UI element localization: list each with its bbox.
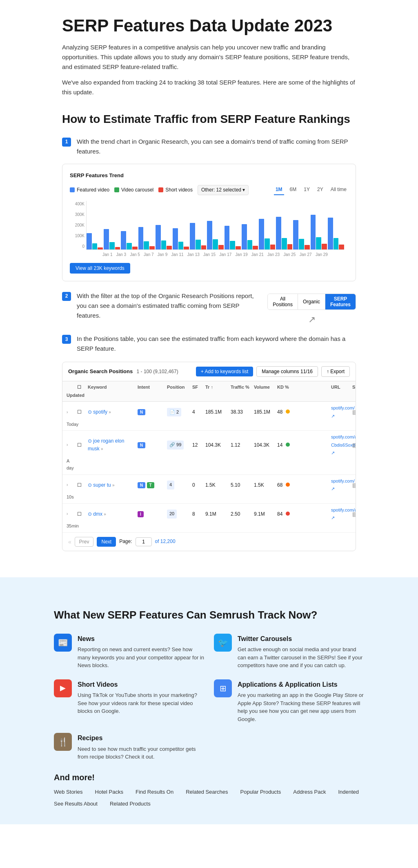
serp-icon-cell: ▤	[352, 481, 356, 490]
col-sf: SF	[192, 384, 205, 391]
time-tab-6m[interactable]: 6M	[288, 185, 298, 195]
more-link-indented[interactable]: Indented	[338, 788, 359, 797]
view-keywords-button[interactable]: View all 23K keywords	[70, 263, 130, 274]
feature-apps-desc: Are you marketing an app in the Google P…	[238, 691, 364, 723]
sf-cell: 12	[192, 441, 205, 449]
volume-cell: 1.5K	[254, 481, 276, 489]
row-expand-arrow[interactable]: ›	[67, 482, 76, 488]
feature-apps-content: Applications & Application Lists Are you…	[238, 679, 364, 723]
volume-cell: 9.1M	[254, 510, 276, 518]
feature-recipes-content: Recipes Need to see how much traffic you…	[78, 733, 204, 761]
more-link-address-pack[interactable]: Address Pack	[293, 788, 326, 797]
row-checkbox[interactable]: ☐	[77, 481, 87, 489]
table-range: 1 - 100 (9,102,467)	[137, 369, 178, 374]
keyword-cell: ⊙ spotify »	[88, 408, 137, 416]
featured-video-label: Featured video	[77, 186, 109, 194]
keyword-cell: ⊙ joe rogan elon musk »	[88, 437, 137, 453]
more-link-hotel-packs[interactable]: Hotel Packs	[95, 788, 123, 797]
feature-short-videos: ▶ Short Videos Using TikTok or YouTube s…	[54, 679, 204, 723]
tr-cell: 185.1M	[205, 408, 230, 416]
more-link-find-results-on[interactable]: Find Results On	[136, 788, 173, 797]
intent-cell: N T	[138, 481, 166, 489]
position-cell: 20	[167, 510, 191, 519]
table-title-area: Organic Search Positions 1 - 100 (9,102,…	[68, 367, 178, 376]
intent-badge-i: I	[138, 511, 144, 517]
step-3-text: In the Positions table, you can see the …	[77, 334, 356, 354]
time-tab-2y[interactable]: 2Y	[316, 185, 325, 195]
url-cell: spotify.com/artistah=2qww1 ↗	[331, 506, 351, 522]
more-link-see-results-about[interactable]: See Results About	[54, 800, 98, 808]
tab-organic[interactable]: Organic	[298, 294, 325, 309]
export-button[interactable]: ↑ Export	[321, 366, 350, 377]
col-checkbox: ☐	[77, 384, 87, 391]
tab-all-positions[interactable]: All Positions	[268, 294, 298, 309]
next-button[interactable]: Next	[97, 537, 116, 547]
more-link-popular-products[interactable]: Popular Products	[240, 788, 281, 797]
first-page-icon[interactable]: «	[68, 537, 71, 546]
col-serp: SERP	[352, 384, 356, 391]
time-tab-1y[interactable]: 1Y	[302, 185, 311, 195]
feature-twitter-desc: Get active enough on social media and yo…	[238, 645, 364, 670]
table-header: Organic Search Positions 1 - 100 (9,102,…	[62, 362, 356, 381]
step-3-badge: 3	[62, 335, 71, 344]
page-title: SERP Features Data Update 2023	[62, 16, 356, 35]
feature-recipes: 🍴 Recipes Need to see how much traffic y…	[54, 733, 204, 761]
chart-title: SERP Features Trend	[70, 171, 348, 180]
kd-cell: 48	[277, 408, 330, 416]
row-checkbox[interactable]: ☐	[77, 510, 87, 518]
updated-cell: 10s	[67, 494, 76, 501]
volume-cell: 185.1M	[254, 408, 276, 416]
more-link-web-stories[interactable]: Web Stories	[54, 788, 83, 797]
time-tab-alltime[interactable]: All time	[329, 185, 348, 195]
row-checkbox[interactable]: ☐	[77, 441, 87, 449]
filter-featured-video[interactable]: Featured video	[70, 186, 109, 194]
step-2-text: With the filter at the top of the Organi…	[77, 291, 356, 327]
intent-badge-n: N	[138, 409, 145, 415]
row-checkbox[interactable]: ☐	[77, 408, 87, 416]
manage-columns-button[interactable]: Manage columns 11/16	[256, 366, 318, 377]
add-keywords-button[interactable]: + Add to keywords list	[196, 367, 253, 376]
time-tab-1m[interactable]: 1M	[274, 185, 284, 195]
tab-serp-features[interactable]: SERP Features	[325, 294, 356, 309]
table-row: › ☐ ⊙ spotify » N 📄 2 4 185.1M 38.33 185…	[62, 402, 356, 431]
url-cell: spotify.com/artista/d/1z-Cbdis6Sox8VI ↗	[331, 433, 351, 457]
more-link-related-searches[interactable]: Related Searches	[186, 788, 228, 797]
short-videos-label: Short videos	[165, 186, 193, 194]
position-cell: 4	[167, 481, 191, 490]
filter-short-videos[interactable]: Short videos	[158, 186, 193, 194]
featured-video-dot	[70, 187, 75, 192]
filter-other-dropdown[interactable]: Other: 12 selected ▾	[198, 185, 249, 195]
x-axis-labels: Jan 1Jan 3Jan 5Jan 7Jan 9Jan 11Jan 13Jan…	[102, 251, 328, 258]
url-cell: spotify.com/ ↗	[331, 404, 351, 420]
feature-short-videos-title: Short Videos	[78, 679, 204, 690]
row-expand-arrow[interactable]: ›	[67, 511, 76, 517]
row-expand-arrow[interactable]: ›	[67, 409, 76, 416]
table-column-headers: ☐ Keyword Intent Position SF Tr ↑ Traffi…	[62, 381, 356, 402]
feature-twitter: 🐦 Twitter Carousels Get active enough on…	[214, 634, 364, 670]
sf-cell: 0	[192, 481, 205, 489]
col-traffic-pct: Traffic %	[231, 384, 253, 391]
feature-recipes-title: Recipes	[78, 733, 204, 743]
row-expand-arrow[interactable]: ›	[67, 442, 76, 448]
feature-news-title: News	[78, 634, 204, 644]
page-total-text: of 12,200	[155, 539, 176, 544]
col-position: Position	[167, 384, 191, 391]
prev-button[interactable]: Prev	[75, 537, 94, 547]
features-grid: 📰 News Reporting on news and current eve…	[54, 634, 364, 761]
col-keyword: Keyword	[88, 384, 137, 391]
feature-twitter-title: Twitter Carousels	[238, 634, 364, 644]
filter-video-carousel[interactable]: Video carousel	[114, 186, 153, 194]
url-link[interactable]: spotify.com/ ↗	[331, 405, 355, 418]
url-link[interactable]: spotify.com/ ↗	[331, 479, 355, 491]
more-link-related-products[interactable]: Related Products	[110, 800, 151, 808]
arrow-hint: ↗	[267, 312, 356, 327]
news-icon: 📰	[54, 634, 72, 652]
step-1: 1 With the trend chart in Organic Resear…	[62, 137, 356, 156]
col-intent: Intent	[138, 384, 166, 391]
table-row: › ☐ ⊙ joe rogan elon musk » N 🔗 99 12 10…	[62, 431, 356, 475]
traffic-pct-cell: 5.10	[231, 481, 253, 489]
page-input[interactable]	[136, 537, 152, 546]
video-carousel-label: Video carousel	[121, 186, 153, 194]
step-2-badge: 2	[62, 292, 71, 301]
position-badge: 20	[167, 510, 177, 519]
